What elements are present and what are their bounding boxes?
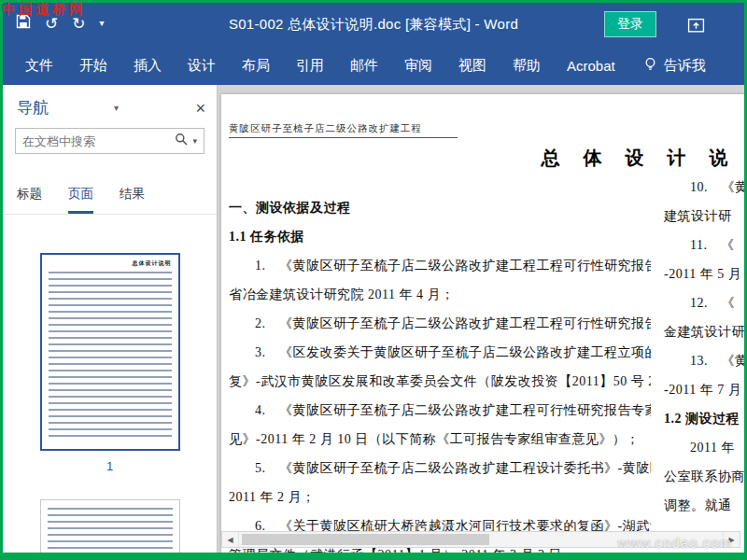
close-navigation-icon[interactable]: × bbox=[195, 100, 205, 117]
scroll-right-icon[interactable]: ▶ bbox=[723, 532, 740, 547]
lightbulb-icon bbox=[643, 57, 657, 75]
thumbnail-title: 总体设计说明 bbox=[133, 259, 172, 268]
ribbon-tabs: 文件开始插入设计布局引用邮件审阅视图帮助Acrobat bbox=[12, 46, 628, 85]
ribbon-tab[interactable]: 设计 bbox=[175, 46, 229, 85]
text-line: 10. 《黄 bbox=[664, 173, 744, 202]
scroll-left-icon[interactable]: ◀ bbox=[222, 532, 239, 547]
ribbon-tab[interactable]: 布局 bbox=[229, 46, 283, 85]
document-title: 总 体 设 计 说 明 bbox=[221, 146, 744, 171]
page-1-thumbnail[interactable]: 总体设计说明 bbox=[40, 253, 180, 451]
search-icon[interactable] bbox=[175, 133, 188, 149]
search-options-dropdown-icon[interactable]: ▾ bbox=[192, 136, 197, 146]
ribbon-tab[interactable]: 视图 bbox=[445, 46, 500, 85]
text-line: 公室联系协商 bbox=[664, 462, 744, 491]
thumbnail-text-lines bbox=[49, 272, 172, 441]
text-line: 2011 年 2 月； bbox=[229, 483, 651, 511]
text-line: 3. 《区发改委关于黄陂区研子至梳子店二级公路改扩建工程立项的批 bbox=[229, 338, 651, 367]
ribbon-display-options-icon[interactable] bbox=[684, 14, 707, 36]
text-line: 5. 《黄陂区研子至梳子店二级公路改扩建工程设计委托书》-黄陂区交通局 bbox=[229, 454, 651, 483]
page-thumbnail-list: 总体设计说明 1 bbox=[3, 232, 217, 553]
navigation-pane: 导航 ▾ × ▾ 标题页面结果 总体设计说明 bbox=[3, 85, 218, 553]
tell-me-label: 告诉我 bbox=[664, 57, 706, 75]
main-area: 导航 ▾ × ▾ 标题页面结果 总体设计说明 bbox=[3, 85, 744, 553]
text-line: 1.1 任务依据 bbox=[229, 222, 651, 251]
ribbon-tab[interactable]: 帮助 bbox=[500, 46, 554, 85]
document-area: 黄陂区研子至梳子店二级公路改扩建工程 总 体 设 计 说 明 一、测设依据及过程… bbox=[218, 85, 744, 553]
thumbnail-text-lines bbox=[48, 508, 173, 553]
document-columns: 一、测设依据及过程1.1 任务依据1. 《黄陂区研子至梳子店二级公路改扩建工程工… bbox=[221, 193, 744, 553]
tell-me-box[interactable]: 告诉我 bbox=[643, 57, 706, 75]
word-window: ↺ ↻ ▾ S01-002 总体设计说明.doc [兼容模式] - Word 登… bbox=[3, 3, 744, 553]
text-line: 2011 年 bbox=[664, 433, 744, 462]
text-line: 建筑设计研 bbox=[664, 202, 744, 231]
ribbon-tab[interactable]: 审阅 bbox=[391, 46, 445, 85]
text-column-1: 一、测设依据及过程1.1 任务依据1. 《黄陂区研子至梳子店二级公路改扩建工程工… bbox=[229, 193, 651, 553]
page-header-text: 黄陂区研子至梳子店二级公路改扩建工程 bbox=[229, 122, 458, 138]
text-line: 1.2 测设过程 bbox=[664, 404, 744, 433]
text-line: 1. 《黄陂区研子至梳子店二级公路改扩建工程工程可行性研究报告》-广东 bbox=[229, 251, 651, 280]
search-input[interactable] bbox=[22, 134, 175, 148]
navigation-header: 导航 ▾ × bbox=[3, 85, 217, 124]
text-line: 12. 《 bbox=[664, 288, 744, 317]
page-1-number: 1 bbox=[3, 459, 217, 473]
ribbon-tab[interactable]: 开始 bbox=[66, 46, 120, 85]
text-line: 见》-2011 年 2 月 10 日（以下简称《工可报告专家组审查意见》）； bbox=[229, 425, 651, 454]
text-line: -2011 年 7 月 bbox=[664, 375, 744, 404]
text-column-2: 10. 《黄建筑设计研11. 《-2011 年 5 月12. 《金建筑设计研13… bbox=[664, 173, 744, 553]
document-page[interactable]: 黄陂区研子至梳子店二级公路改扩建工程 总 体 设 计 说 明 一、测设依据及过程… bbox=[221, 94, 744, 553]
navigation-options-dropdown-icon[interactable]: ▾ bbox=[114, 103, 119, 113]
navigation-tabs: 标题页面结果 bbox=[3, 154, 217, 215]
text-line: 金建筑设计研 bbox=[664, 317, 744, 346]
horizontal-scrollbar[interactable]: ◀ ▶ bbox=[221, 531, 740, 548]
sign-in-button[interactable]: 登录 bbox=[604, 11, 656, 37]
text-line: 省冶金建筑设计研究院 2011 年 4 月； bbox=[229, 280, 651, 309]
navigation-title: 导航 bbox=[17, 97, 49, 119]
page-2-thumbnail[interactable] bbox=[40, 499, 180, 553]
navigation-tab[interactable]: 结果 bbox=[120, 186, 145, 214]
navigation-tab[interactable]: 页面 bbox=[68, 186, 93, 214]
text-line: 一、测设依据及过程 bbox=[229, 193, 651, 222]
navigation-tab[interactable]: 标题 bbox=[17, 186, 42, 214]
scrollbar-thumb[interactable] bbox=[242, 534, 489, 545]
ribbon-tab[interactable]: Acrobat bbox=[554, 46, 628, 85]
document-search-box[interactable]: ▾ bbox=[15, 128, 204, 154]
title-bar: ↺ ↻ ▾ S01-002 总体设计说明.doc [兼容模式] - Word 登… bbox=[3, 3, 744, 46]
text-line: 13. 《黄 bbox=[664, 346, 744, 375]
ribbon-tab[interactable]: 引用 bbox=[283, 46, 337, 85]
text-line: -2011 年 5 月 bbox=[664, 259, 744, 288]
text-line: 11. 《 bbox=[664, 231, 744, 259]
ribbon-tab[interactable]: 文件 bbox=[12, 46, 66, 85]
text-line: 复》-武汉市黄陂区发展和改革委员会文件（陂发改投资【2011】50 号 2011… bbox=[229, 367, 651, 396]
ribbon-tab[interactable]: 邮件 bbox=[337, 46, 391, 85]
text-line: 4. 《黄陂区研子至梳子店二级公路改扩建工程可行性研究报告专家组审查意 bbox=[229, 396, 651, 425]
ribbon-tab[interactable]: 插入 bbox=[120, 46, 175, 85]
text-line: 2. 《黄陂区研子至梳子店二级公路改扩建工程工程可行性研究报告》批复； bbox=[229, 309, 651, 338]
page-header: 黄陂区研子至梳子店二级公路改扩建工程 bbox=[221, 94, 744, 138]
text-line: 调整。就通 bbox=[664, 491, 744, 520]
ribbon-tab-bar: 文件开始插入设计布局引用邮件审阅视图帮助Acrobat 告诉我 bbox=[3, 46, 744, 85]
scrollbar-track[interactable] bbox=[239, 532, 723, 547]
